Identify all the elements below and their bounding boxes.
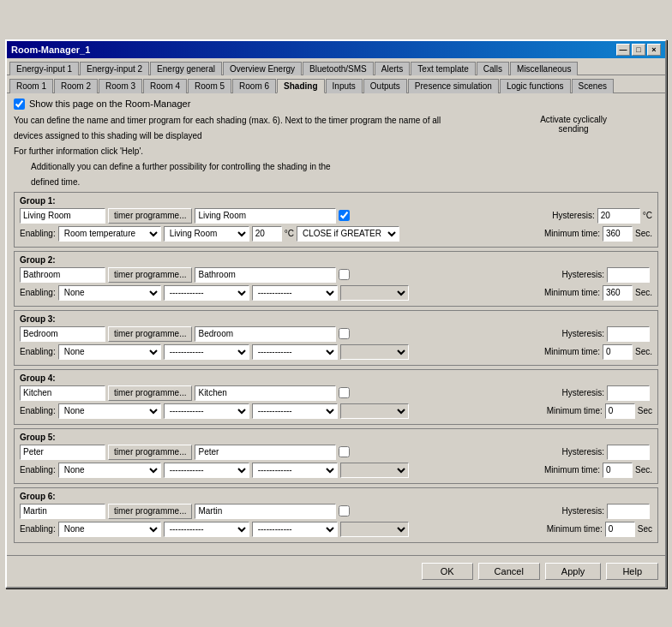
tab-alerts[interactable]: Alerts: [375, 62, 411, 75]
group-6-display-input[interactable]: [195, 504, 336, 519]
group-2-checkbox[interactable]: [339, 269, 350, 280]
group-6-close-select[interactable]: [340, 522, 409, 537]
tab-outputs[interactable]: Outputs: [363, 79, 407, 93]
group-6-checkbox[interactable]: [339, 505, 350, 517]
tab-energy-general[interactable]: Energy general: [150, 62, 222, 75]
group-2-room-select[interactable]: ------------: [164, 285, 249, 301]
tab-logic-functions[interactable]: Logic functions: [500, 79, 571, 93]
group-5-checkbox[interactable]: [339, 446, 350, 457]
group-6-timer-btn[interactable]: timer programme...: [108, 504, 192, 519]
group-4-hysteresis-input[interactable]: [607, 385, 650, 401]
close-button[interactable]: ×: [647, 44, 661, 56]
group-1-mintime-label: Minimum time:: [540, 229, 600, 238]
group-2-display-input[interactable]: [195, 267, 336, 283]
group-3-close-select[interactable]: [340, 344, 409, 360]
group-1-temp-input[interactable]: [252, 226, 282, 242]
group-4-close-select[interactable]: [340, 403, 409, 419]
group-4-display-input[interactable]: [195, 385, 336, 401]
group-4-room-select[interactable]: ------------: [164, 403, 249, 419]
tab-text-template[interactable]: Text template: [411, 62, 475, 75]
tab-overview-energy[interactable]: Overview Energy: [223, 62, 302, 75]
group-1-hysteresis-input[interactable]: [597, 208, 640, 224]
group-3-room-select[interactable]: ------------: [164, 344, 249, 360]
group-6-mintime-input[interactable]: [605, 522, 635, 537]
tab-room-1[interactable]: Room 1: [9, 79, 53, 93]
group-1-name-input[interactable]: [20, 208, 105, 224]
group-4-dropdown2[interactable]: ------------: [252, 403, 338, 419]
group-6-enable-select[interactable]: None Room temperature: [58, 522, 161, 537]
group-4-name-input[interactable]: [20, 385, 105, 401]
group-4-enable-select[interactable]: None Room temperature: [58, 403, 161, 419]
tab-room-4[interactable]: Room 4: [143, 79, 187, 93]
tab-presence-simulation[interactable]: Presence simulation: [408, 79, 499, 93]
group-5-timer-btn[interactable]: timer programme...: [108, 445, 192, 460]
group-3-mintime-input[interactable]: [603, 344, 633, 360]
group-2-name-input[interactable]: [20, 267, 105, 283]
group-1-hysteresis-unit: °C: [643, 211, 652, 220]
tab-energy-input-1[interactable]: Energy-input 1: [9, 62, 79, 75]
tab-room-3[interactable]: Room 3: [99, 79, 142, 93]
group-6-room-select[interactable]: ------------: [164, 522, 249, 537]
tab-miscellaneous[interactable]: Miscellaneous: [510, 62, 578, 75]
tab-energy-input-2[interactable]: Energy-input 2: [80, 62, 149, 75]
group-6-name-input[interactable]: [20, 504, 105, 519]
group-5-hysteresis-input[interactable]: [607, 445, 650, 460]
group-3-display-input[interactable]: [195, 326, 336, 342]
group-2-hysteresis-input[interactable]: [607, 267, 650, 283]
tab-room-5[interactable]: Room 5: [188, 79, 231, 93]
group-2-enabling-label: Enabling:: [20, 288, 56, 297]
group-3-enable-select[interactable]: None Room temperature: [58, 344, 161, 360]
show-page-label: Show this page on the Room-Manager: [29, 99, 190, 109]
group-2-timer-btn[interactable]: timer programme...: [108, 267, 192, 283]
group-5-mintime-input[interactable]: [603, 463, 633, 478]
minimize-button[interactable]: —: [616, 44, 630, 56]
apply-button[interactable]: Apply: [545, 563, 602, 580]
group-5-name-input[interactable]: [20, 445, 105, 460]
tab-inputs[interactable]: Inputs: [326, 79, 363, 93]
group-5-close-select[interactable]: [340, 463, 409, 478]
ok-button[interactable]: OK: [422, 563, 473, 580]
group-1-temp-unit: °C: [285, 229, 294, 238]
desc-line5: defined time.: [14, 176, 441, 188]
tab-room-2[interactable]: Room 2: [54, 79, 98, 93]
group-1-display-input[interactable]: [195, 208, 336, 224]
group-1-mintime-input[interactable]: [603, 226, 633, 242]
group-5-room-select[interactable]: ------------: [164, 463, 249, 478]
group-1-timer-btn[interactable]: timer programme...: [108, 208, 192, 224]
group-3-label: Group 3:: [20, 314, 652, 324]
main-content: Show this page on the Room-Manager You c…: [7, 93, 665, 552]
group-1-room-select[interactable]: Living Room: [164, 226, 249, 242]
show-page-checkbox[interactable]: [14, 99, 25, 110]
tab-scenes[interactable]: Scenes: [572, 79, 614, 93]
group-2-mintime-input[interactable]: [603, 285, 633, 301]
cancel-button[interactable]: Cancel: [478, 563, 540, 580]
group-5-label: Group 5:: [20, 433, 652, 442]
tab-bluetooth-sms[interactable]: Bluetooth/SMS: [303, 62, 374, 75]
group-3-checkbox[interactable]: [339, 328, 350, 339]
group-5-enable-select[interactable]: None Room temperature: [58, 463, 161, 478]
maximize-button[interactable]: □: [632, 44, 645, 56]
group-1-close-select[interactable]: CLOSE if GREATER OPEN if GREATER: [297, 226, 399, 242]
group-3-name-input[interactable]: [20, 326, 105, 342]
tab-room-6[interactable]: Room 6: [232, 79, 276, 93]
group-3-mintime-label: Minimum time:: [540, 347, 600, 356]
group-2-close-select[interactable]: [340, 285, 409, 301]
group-6-dropdown2[interactable]: ------------: [252, 522, 338, 537]
group-4-checkbox[interactable]: [339, 387, 350, 398]
help-button[interactable]: Help: [606, 563, 658, 580]
group-5-display-input[interactable]: [195, 445, 336, 460]
group-1-checkbox[interactable]: [339, 210, 350, 221]
group-2-dropdown2[interactable]: ------------: [252, 285, 338, 301]
group-6-hysteresis-input[interactable]: [607, 504, 650, 519]
group-1-enable-select[interactable]: Room temperature None: [58, 226, 161, 242]
group-5-dropdown2[interactable]: ------------: [252, 463, 338, 478]
group-3-dropdown2[interactable]: ------------: [252, 344, 338, 360]
group-4-timer-btn[interactable]: timer programme...: [108, 385, 192, 401]
group-2-enable-select[interactable]: None Room temperature: [58, 285, 161, 301]
tab-shading[interactable]: Shading: [277, 79, 324, 93]
group-4-mintime-input[interactable]: [605, 403, 635, 419]
tab-calls[interactable]: Calls: [477, 62, 509, 75]
title-bar-buttons: — □ ×: [616, 44, 661, 56]
group-3-hysteresis-input[interactable]: [607, 326, 650, 342]
group-3-timer-btn[interactable]: timer programme...: [108, 326, 192, 342]
